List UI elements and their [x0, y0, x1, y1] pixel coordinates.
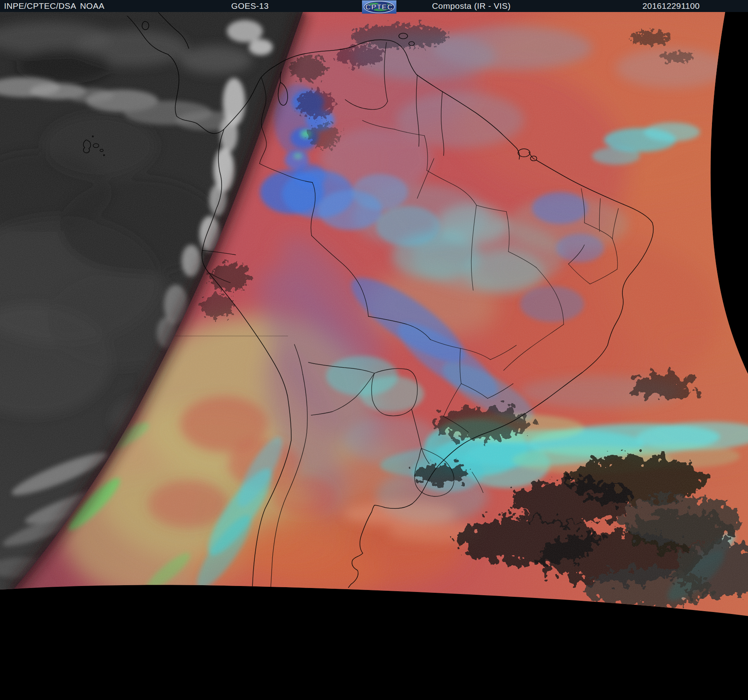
- image-grain-texture: [0, 12, 748, 616]
- product-label: Composta (IR - VIS): [432, 1, 511, 11]
- cptec-logo-graphic: CPTEC: [362, 0, 396, 14]
- logo-text: CPTEC: [365, 3, 393, 11]
- timestamp-label: 201612291100: [642, 1, 700, 11]
- agency-label: INPE/CPTEC/DSA: [4, 1, 76, 11]
- noaa-label: NOAA: [80, 1, 104, 11]
- satellite-label: GOES-13: [231, 1, 269, 11]
- satellite-viewer-window: INPE/CPTEC/DSA NOAA GOES-13 Composta (IR…: [0, 0, 748, 700]
- satellite-composite-image: [0, 0, 748, 700]
- imagery-canvas: [0, 0, 748, 700]
- cptec-logo: CPTEC: [362, 0, 396, 14]
